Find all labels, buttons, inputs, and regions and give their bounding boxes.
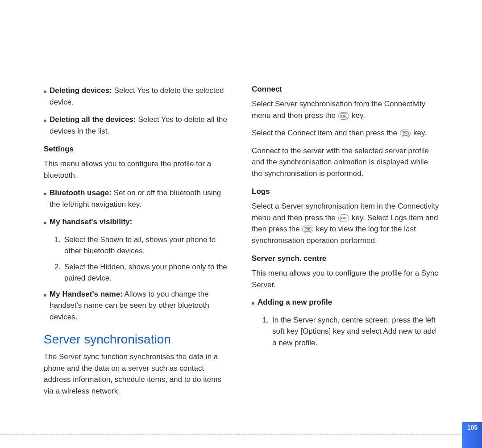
- para: This menu allows you to configure the pr…: [44, 158, 232, 181]
- para: Select the Connect item and then press t…: [252, 127, 440, 139]
- page: ■ Deleting devices: Select Yes to delete…: [0, 0, 482, 448]
- number: 1.: [262, 314, 272, 349]
- numbered-text: In the Server synch. centre screen, pres…: [272, 314, 440, 349]
- bullet-label: My handset's visibility:: [50, 216, 132, 228]
- bullet-icon: ■: [44, 219, 46, 228]
- bullet-icon: ■: [44, 88, 46, 108]
- bullet-label: Deleting all the devices:: [50, 115, 136, 124]
- list-item: ■ Bluetooth usage: Set on or off the blu…: [44, 187, 232, 210]
- numbered-text: Select the Shown to all, shows your phon…: [64, 234, 232, 257]
- list-item: ■ Deleting devices: Select Yes to delete…: [44, 85, 232, 108]
- para: This menu allows you to configure the pr…: [252, 268, 440, 290]
- heading-centre: Server synch. centre: [252, 254, 440, 263]
- number: 1.: [54, 234, 64, 257]
- text: key.: [411, 129, 427, 137]
- bullet-icon: ■: [252, 300, 254, 308]
- bullet-icon: ■: [44, 292, 46, 323]
- page-number: 105: [467, 424, 478, 431]
- ok-key-icon: OK: [400, 130, 411, 137]
- bullet-icon: ■: [44, 117, 46, 137]
- ok-key-icon: OK: [338, 214, 349, 222]
- heading-settings: Settings: [44, 145, 232, 154]
- para: Connect to the server with the selected …: [252, 145, 440, 180]
- divider: [0, 434, 462, 435]
- para: Select Server synchronisation from the C…: [252, 98, 440, 121]
- bullet-label: My Handset's name:: [50, 290, 123, 298]
- bullet-icon: ■: [44, 190, 46, 210]
- text: key.: [349, 111, 365, 120]
- list-item: ■ My Handset's name: Allows to you chang…: [44, 289, 232, 323]
- ok-key-icon: OK: [302, 226, 313, 233]
- heading-connect: Connect: [252, 85, 440, 94]
- numbered-item: 1. Select the Shown to all, shows your p…: [54, 234, 232, 257]
- heading-logs: Logs: [252, 187, 440, 196]
- number: 2.: [54, 261, 64, 284]
- para: Select a Server synchronisation item in …: [252, 201, 440, 246]
- list-item: ■ Deleting all the devices: Select Yes t…: [44, 114, 232, 137]
- bullet-label: Deleting devices:: [50, 86, 112, 95]
- right-column: Connect Select Server synchronisation fr…: [252, 85, 440, 403]
- columns: ■ Deleting devices: Select Yes to delete…: [44, 85, 440, 403]
- text: Select the Connect item and then press t…: [252, 129, 399, 137]
- left-column: ■ Deleting devices: Select Yes to delete…: [44, 85, 232, 403]
- numbered-item: 2. Select the Hidden, shows your phone o…: [54, 261, 232, 284]
- ok-key-icon: OK: [338, 112, 349, 120]
- bullet-label: Bluetooth usage:: [50, 188, 112, 197]
- numbered-item: 1. In the Server synch. centre screen, p…: [262, 314, 440, 349]
- para: The Server sync function synchronises th…: [44, 351, 232, 397]
- list-item: ■ My handset's visibility:: [44, 216, 232, 228]
- section-title: Server synchronisation: [44, 332, 232, 347]
- numbered-text: Select the Hidden, shows your phone only…: [64, 261, 232, 284]
- list-item: ■ Adding a new profile: [252, 297, 440, 308]
- bullet-label: Adding a new profile: [258, 297, 332, 308]
